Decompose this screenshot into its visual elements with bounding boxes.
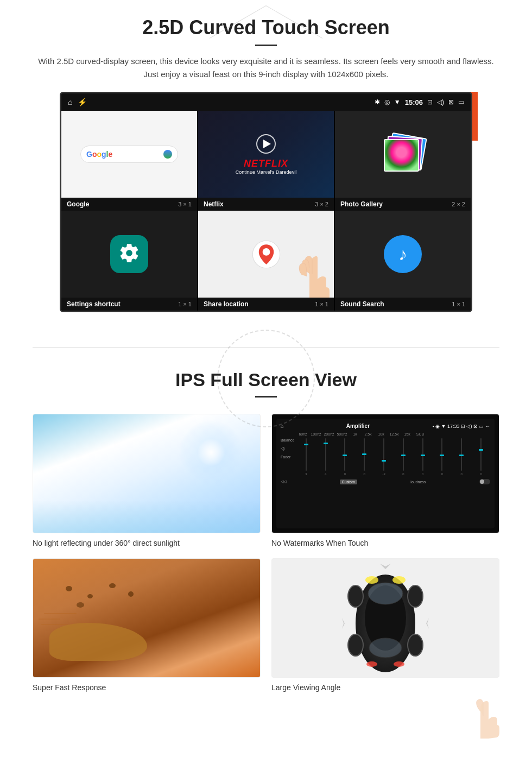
spot4: [128, 591, 134, 597]
amplifier-image: ⌂ Amplifier ▪ ◉ ▼ 17:33 ⊡ ◁) ⊠ ▭ ← 60hz …: [271, 414, 499, 533]
amp-thumb-10: [479, 449, 483, 451]
close-icon: ⊠: [448, 98, 454, 106]
mic-icon[interactable]: [163, 150, 172, 159]
amp-toggle-knob: [480, 480, 484, 484]
spot3: [109, 583, 116, 588]
car-label: Large Viewing Angle: [271, 683, 499, 692]
amp-slider-4[interactable]: 0: [355, 438, 373, 476]
app-grid-top: Google Google 3 × 1: [61, 111, 471, 211]
music-icon-circle: ♪: [384, 235, 422, 273]
amp-thumb-2: [324, 443, 328, 444]
amp-slider-7[interactable]: 0: [414, 438, 432, 476]
google-app-size: 3 × 1: [178, 201, 192, 207]
title-underline: [255, 45, 277, 46]
feature-amplifier: ⌂ Amplifier ▪ ◉ ▼ 17:33 ⊡ ◁) ⊠ ▭ ← 60hz …: [271, 414, 499, 547]
netflix-subtitle: Continue Marvel's Daredevil: [236, 169, 296, 175]
amp-slider-8[interactable]: 0: [433, 438, 452, 476]
status-time: 15:06: [405, 98, 423, 106]
status-bar-left: ⌂ ⚡: [68, 98, 87, 106]
settings-app-content[interactable]: [61, 211, 197, 298]
amp-toggle[interactable]: [479, 479, 490, 484]
amp-slider-5[interactable]: -3: [375, 438, 393, 476]
amp-freq-15k: 15k: [401, 432, 413, 436]
svg-point-9: [394, 661, 404, 667]
settings-app-cell: Settings shortcut 1 × 1: [61, 211, 197, 311]
amp-title: Amplifier: [346, 423, 370, 429]
section1-description: With 2.5D curved-display screen, this de…: [33, 55, 499, 81]
car-image: [271, 558, 499, 678]
svg-point-11: [408, 585, 423, 607]
amp-slider-9[interactable]: 0: [452, 438, 471, 476]
amplifier-label: No Watermarks When Touch: [271, 539, 499, 547]
share-location-app-name: Share location: [204, 300, 249, 308]
flower-image: [385, 140, 418, 171]
touch-hand: [290, 241, 331, 298]
status-bar: ⌂ ⚡ ✱ ◎ ▼ 15:06 ⊡ ◁) ⊠ ▭: [61, 93, 471, 111]
amp-volume-icon: ◁): [281, 446, 296, 451]
amp-slider-6[interactable]: 0: [394, 438, 413, 476]
svg-point-8: [366, 661, 377, 667]
amp-header: ⌂ Amplifier ▪ ◉ ▼ 17:33 ⊡ ◁) ⊠ ▭ ←: [281, 423, 490, 429]
sound-search-content[interactable]: ♪: [335, 211, 471, 298]
sound-search-app-size: 1 × 1: [452, 301, 465, 307]
sound-search-label-row: Sound Search 1 × 1: [335, 298, 471, 311]
photo-gallery-content[interactable]: [335, 111, 471, 198]
amp-slider-2[interactable]: 4: [316, 438, 335, 476]
home-icon[interactable]: ⌂: [68, 98, 72, 106]
amp-thumb-1: [304, 444, 308, 445]
svg-point-5: [369, 638, 402, 658]
photo-stack: [381, 133, 425, 176]
music-note-icon: ♪: [398, 244, 407, 264]
sky-bottom: [33, 500, 260, 533]
google-app-content[interactable]: Google: [61, 111, 197, 198]
netflix-app-cell: NETFLIX Continue Marvel's Daredevil Netf…: [198, 111, 334, 211]
amp-freq-1k: 1k: [349, 432, 361, 436]
cheetah-label: Super Fast Response: [33, 683, 261, 692]
amp-left-labels: Balance ◁) Fader: [281, 438, 296, 476]
section-ips: IPS Full Screen View No light reflecting…: [0, 369, 532, 708]
amp-freq-100: 100hz: [310, 432, 322, 436]
maps-icon: [251, 239, 281, 269]
amp-slider-10[interactable]: 0: [472, 438, 490, 476]
volume-icon: ◁): [437, 98, 444, 106]
amp-freq-25k: 2.5k: [362, 432, 374, 436]
netflix-app-content[interactable]: NETFLIX Continue Marvel's Daredevil: [198, 111, 334, 198]
netflix-app-name: Netflix: [204, 200, 224, 208]
play-button[interactable]: [256, 134, 276, 154]
amp-freq-10k: 10k: [375, 432, 387, 436]
motion-line1: [44, 613, 77, 614]
status-bar-right: ✱ ◎ ▼ 15:06 ⊡ ◁) ⊠ ▭: [375, 98, 464, 106]
section1-title: 2.5D Curved Touch Screen: [33, 16, 499, 39]
settings-icon-bg: [110, 235, 148, 273]
google-search-bar[interactable]: Google: [80, 146, 178, 163]
sound-search-app-cell: ♪ Sound Search 1 × 1: [335, 211, 471, 311]
amp-custom-btn[interactable]: Custom: [340, 480, 357, 484]
amp-thumb-7: [421, 455, 425, 456]
amp-balance-label: Balance: [281, 438, 296, 442]
play-triangle: [263, 140, 271, 148]
sunlight-label: No light reflecting under 360° direct su…: [33, 539, 261, 547]
settings-app-name: Settings shortcut: [67, 300, 121, 308]
svg-point-4: [368, 583, 403, 604]
usb-icon: ⚡: [78, 98, 87, 106]
device-wrapper: Screen Size 9" ⌂ ⚡ ✱ ◎ ▼ 15:06 ⊡ ◁) ⊠: [60, 92, 472, 312]
amp-thumb-5: [382, 460, 386, 462]
sound-search-app-name: Sound Search: [340, 300, 384, 308]
cheetah-body: [49, 623, 147, 661]
spot2: [87, 594, 93, 598]
feature-cheetah: Super Fast Response: [33, 558, 261, 692]
netflix-label-row: Netflix 3 × 2: [198, 198, 334, 211]
car-top-view-svg: [342, 564, 429, 672]
cheetah-image: [33, 558, 261, 678]
motion-line2: [39, 619, 60, 620]
amp-freq-200: 200hz: [323, 432, 335, 436]
amp-slider-3[interactable]: 0: [336, 438, 354, 476]
settings-app-size: 1 × 1: [178, 301, 192, 307]
location-icon: ◎: [384, 98, 390, 106]
amp-loudness-label: loudness: [410, 480, 426, 484]
window-icon: ▭: [458, 98, 464, 106]
share-location-content[interactable]: [198, 211, 334, 298]
amp-slider-1[interactable]: 3: [297, 438, 315, 476]
amp-freq-125k: 12.5k: [388, 432, 400, 436]
amp-sliders: 3 4: [297, 438, 490, 476]
